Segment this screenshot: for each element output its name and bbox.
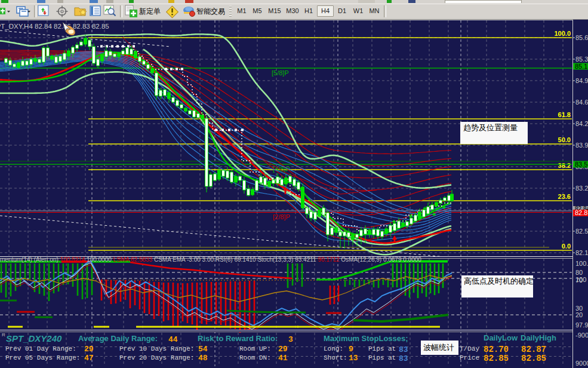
svg-text:84.60: 84.60 xyxy=(575,99,588,106)
svg-text:9: 9 xyxy=(349,345,353,354)
svg-text:85.18: 85.18 xyxy=(575,63,588,70)
svg-text:mentum(14) (Alert on) 100.5214: mentum(14) (Alert on) 100.5214 100.0000 … xyxy=(0,256,421,263)
svg-text:Long:: Long: xyxy=(324,345,343,352)
svg-text:83: 83 xyxy=(399,345,408,354)
svg-text:83.59: 83.59 xyxy=(575,161,588,168)
svg-text:高低点及时机的确定: 高低点及时机的确定 xyxy=(464,277,534,286)
svg-text:54: 54 xyxy=(198,345,208,354)
svg-text:SPT_DXY,H4 82.84 82.86 82.83: SPT_DXY,H4 82.84 82.86 82.83 82.85 xyxy=(0,23,109,30)
svg-text:97.92: 97.92 xyxy=(575,321,588,329)
svg-text:82.15: 82.15 xyxy=(575,249,588,256)
svg-text:T/Day: T/Day xyxy=(460,345,479,352)
svg-text:82.87: 82.87 xyxy=(521,345,546,354)
svg-text:80: 80 xyxy=(575,269,583,276)
svg-text:3: 3 xyxy=(288,335,293,344)
svg-text:Room DN:: Room DN: xyxy=(239,354,271,361)
svg-text:47: 47 xyxy=(84,354,94,363)
svg-text:Prev 10 Days Range:: Prev 10 Days Range: xyxy=(119,345,194,352)
svg-text:82.70: 82.70 xyxy=(484,345,509,354)
svg-text:90000: 90000 xyxy=(575,360,588,367)
svg-text:84.25: 84.25 xyxy=(575,120,588,127)
svg-text:29: 29 xyxy=(84,345,94,354)
svg-text:Short:: Short: xyxy=(324,354,347,361)
svg-text:50.0: 50.0 xyxy=(558,136,571,143)
svg-text:0.0: 0.0 xyxy=(562,243,571,250)
svg-text:20: 20 xyxy=(575,311,583,318)
svg-text:85.65: 85.65 xyxy=(575,34,588,41)
svg-text:Average Daily Range:: Average Daily Range: xyxy=(78,334,158,343)
svg-text:DailyHigh: DailyHigh xyxy=(521,333,556,342)
svg-text:R: R xyxy=(2,332,5,338)
svg-text:Prev 20 Days Range:: Prev 20 Days Range: xyxy=(119,354,194,361)
svg-text:82.85: 82.85 xyxy=(521,354,546,363)
svg-text:-9000: -9000 xyxy=(575,332,588,339)
svg-text:84.95: 84.95 xyxy=(575,77,588,84)
svg-text:[2/8]P: [2/8]P xyxy=(273,213,290,220)
svg-text:29: 29 xyxy=(278,345,288,354)
svg-text:82.85: 82.85 xyxy=(484,354,509,363)
svg-text:SPT_DXY240: SPT_DXY240 xyxy=(6,333,62,344)
svg-text:[5/8]P: [5/8]P xyxy=(272,69,289,76)
svg-text:100.8: 100.8 xyxy=(575,260,588,267)
svg-text:23.6: 23.6 xyxy=(558,193,571,200)
svg-text:Prev 05 Days Range:: Prev 05 Days Range: xyxy=(5,354,80,361)
svg-text:13: 13 xyxy=(349,354,358,363)
svg-text:83.90: 83.90 xyxy=(575,142,588,149)
svg-text:82.81: 82.81 xyxy=(575,209,588,216)
svg-text:Price: Price xyxy=(460,354,479,361)
svg-text:83.20: 83.20 xyxy=(575,185,588,192)
svg-text:Risk to Reward Ratio:: Risk to Reward Ratio: xyxy=(198,334,278,343)
svg-text:DailyLow: DailyLow xyxy=(484,333,518,342)
svg-text:48: 48 xyxy=(198,354,208,363)
svg-text:Maximum StopLosses;: Maximum StopLosses; xyxy=(324,334,408,343)
svg-text:趋势及位置测量: 趋势及位置测量 xyxy=(463,123,518,132)
svg-text:85.30: 85.30 xyxy=(575,56,588,63)
svg-text:70: 70 xyxy=(575,277,583,284)
svg-text:44: 44 xyxy=(168,335,178,344)
svg-text:83: 83 xyxy=(399,354,408,363)
svg-text:波幅统计: 波幅统计 xyxy=(423,343,454,352)
svg-text:41: 41 xyxy=(278,354,288,363)
svg-text:38.2: 38.2 xyxy=(558,162,571,169)
svg-text:100.0: 100.0 xyxy=(554,30,571,37)
svg-text:Room UP:: Room UP: xyxy=(239,345,271,352)
svg-text:Pips at: Pips at xyxy=(368,354,396,361)
svg-text:Prev 01 Day Range:: Prev 01 Day Range: xyxy=(5,345,76,352)
svg-text:61.8: 61.8 xyxy=(558,111,571,118)
svg-text:Pips at: Pips at xyxy=(368,345,396,352)
svg-text:82.50: 82.50 xyxy=(575,228,588,235)
